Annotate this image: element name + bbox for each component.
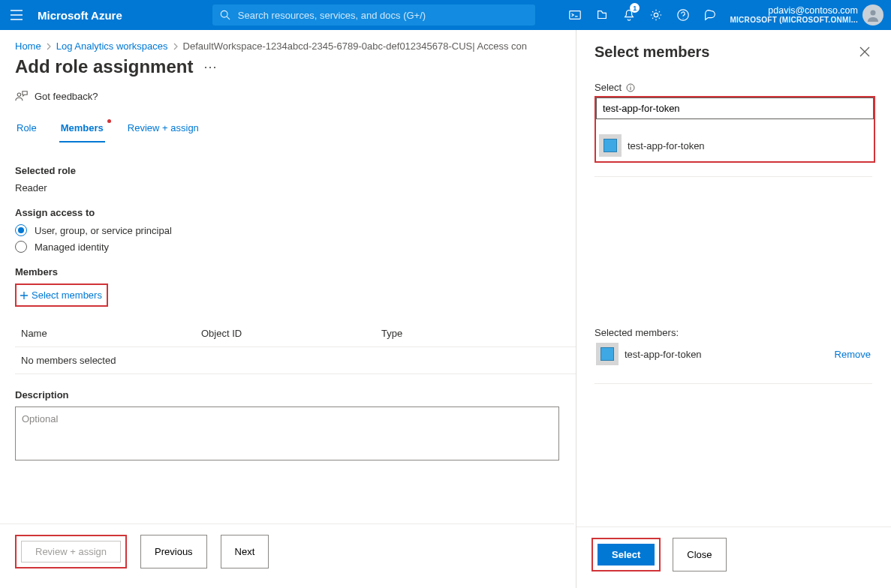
svg-line-1	[227, 16, 230, 20]
crumb-tail: | Access con	[472, 40, 527, 52]
notification-badge: 1	[630, 3, 640, 13]
global-search[interactable]	[212, 4, 535, 26]
description-input[interactable]	[15, 406, 559, 460]
select-members-text: Select members	[32, 290, 102, 301]
panel-selected-label: Selected members:	[595, 327, 873, 338]
panel-select-button[interactable]: Select	[598, 544, 655, 566]
info-icon[interactable]	[626, 83, 635, 92]
radio-selected-icon	[15, 224, 27, 236]
panel-select-input[interactable]	[596, 98, 874, 119]
app-icon	[596, 343, 619, 365]
help-icon[interactable]	[670, 0, 697, 30]
tab-members[interactable]: Members	[59, 116, 105, 142]
settings-icon[interactable]	[643, 0, 670, 30]
crumb-workspace-name[interactable]: DefaultWorkspace-1234abcd-2345-6789-0abc…	[183, 40, 473, 52]
required-dot-icon	[107, 119, 111, 123]
divider	[595, 176, 872, 177]
cloud-shell-icon[interactable]	[561, 0, 588, 30]
select-members-link[interactable]: Select members	[18, 286, 104, 304]
highlight-review-assign: Review + assign	[15, 535, 127, 568]
col-name: Name	[21, 328, 201, 339]
svg-point-6	[17, 93, 21, 97]
remove-link[interactable]: Remove	[835, 349, 871, 360]
col-object-id: Object ID	[201, 328, 381, 339]
highlight-select-members: Select members	[15, 284, 108, 307]
svg-point-0	[221, 10, 227, 17]
search-icon	[220, 10, 230, 20]
chevron-right-icon	[173, 40, 179, 52]
account-tenant: MICROSOFT (MICROSOFT.ONMI...	[730, 16, 858, 24]
tab-members-label: Members	[61, 122, 104, 134]
panel-select-label: Select	[595, 82, 873, 93]
close-icon[interactable]	[856, 44, 873, 62]
radio-opt2-label: Managed identity	[35, 242, 109, 253]
feedback-icon[interactable]	[697, 0, 724, 30]
search-input[interactable]	[236, 9, 528, 22]
page-title: Add role assignment	[15, 56, 193, 77]
top-bar: Microsoft Azure 1 pdavis@contoso.com MIC…	[0, 0, 891, 30]
chevron-right-icon	[46, 40, 52, 52]
radio-opt1-label: User, group, or service principal	[35, 225, 172, 236]
svg-point-3	[655, 13, 658, 16]
account-block[interactable]: pdavis@contoso.com MICROSOFT (MICROSOFT.…	[730, 6, 858, 25]
hamburger-icon[interactable]	[8, 10, 26, 20]
avatar-icon[interactable]	[862, 4, 883, 26]
svg-rect-2	[570, 11, 580, 20]
select-members-panel: Select members Select test-app-for-token…	[576, 30, 891, 588]
account-email: pdavis@contoso.com	[730, 6, 858, 16]
plus-icon	[20, 291, 29, 300]
person-feedback-icon	[15, 89, 29, 103]
selected-member-name: test-app-for-token	[625, 349, 702, 360]
brand: Microsoft Azure	[38, 9, 122, 22]
table-empty-text: No members selected	[21, 355, 116, 366]
panel-footer: Select Close	[576, 526, 891, 588]
review-assign-button[interactable]: Review + assign	[21, 541, 121, 562]
next-button[interactable]: Next	[221, 535, 269, 568]
highlight-panel-select: Select	[591, 538, 661, 572]
crumb-workspaces[interactable]: Log Analytics workspaces	[56, 40, 168, 52]
panel-result-item[interactable]: test-app-for-token	[596, 130, 709, 161]
svg-point-5	[871, 10, 876, 16]
selected-member-row: test-app-for-token Remove	[595, 338, 872, 370]
footer-bar: Review + assign Previous Next	[0, 524, 574, 588]
panel-title: Select members	[595, 44, 709, 61]
more-icon[interactable]: ⋯	[203, 64, 218, 70]
svg-point-4	[678, 10, 688, 20]
panel-result-name: test-app-for-token	[628, 140, 705, 152]
tab-review[interactable]: Review + assign	[126, 116, 200, 142]
highlight-select-input-group: test-app-for-token	[595, 96, 875, 163]
feedback-label: Got feedback?	[35, 91, 98, 102]
panel-close-button[interactable]: Close	[673, 538, 726, 572]
tab-role[interactable]: Role	[15, 116, 38, 142]
notifications-icon[interactable]: 1	[616, 0, 643, 30]
directories-icon[interactable]	[588, 0, 616, 30]
crumb-home[interactable]: Home	[15, 40, 41, 52]
radio-unselected-icon	[15, 241, 27, 253]
previous-button[interactable]: Previous	[140, 535, 207, 568]
app-icon	[599, 134, 622, 157]
